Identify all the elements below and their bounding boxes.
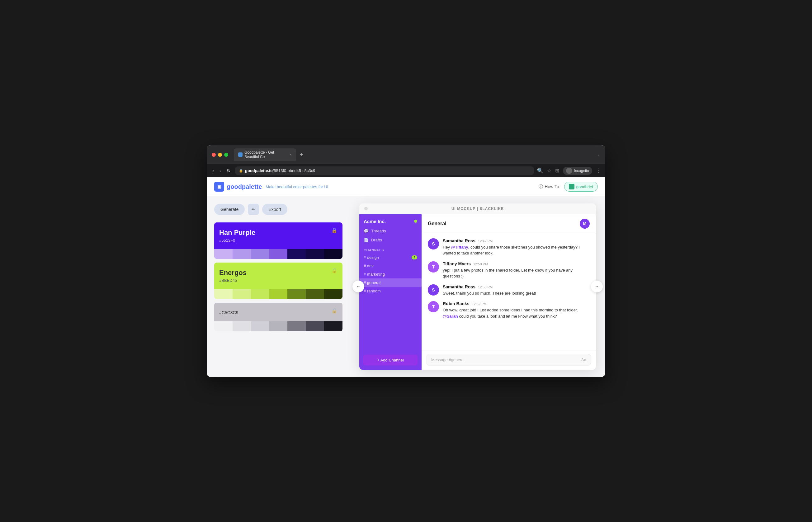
- threads-icon: 💬: [364, 229, 369, 233]
- threads-label: Threads: [371, 229, 386, 233]
- swatch-7: [324, 321, 343, 331]
- msg-header-3: Samantha Ross 12:50 PM: [443, 284, 536, 289]
- channel-design-name: # design: [364, 255, 379, 260]
- palette-swatches-han-purple: [214, 249, 343, 259]
- back-button[interactable]: ‹: [211, 167, 215, 174]
- left-panel: Generate ✏ Export Han Purple #5513F0 🔒: [207, 196, 350, 377]
- msg-header-4: Robin Banks 12:52 PM: [443, 301, 590, 306]
- mockup-body: Acme Inc. 💬 Threads 📄 Drafts: [359, 214, 596, 370]
- swatch-1: [214, 249, 233, 259]
- tab-bar: Goodpalette - Get Beautiful Co × +: [234, 148, 594, 161]
- palette-main-gray: #C5C3C9 🔒: [214, 303, 343, 321]
- logo-text: goodpalette: [227, 183, 262, 190]
- export-button[interactable]: Export: [262, 204, 287, 215]
- swatch-6: [306, 321, 324, 331]
- nav-actions: 🔍 ☆ ⊞ Incognito ⋮: [537, 167, 601, 175]
- how-to-link[interactable]: ⓘ How To: [539, 184, 559, 189]
- slider-right-button[interactable]: →: [591, 281, 603, 293]
- incognito-badge[interactable]: Incognito: [563, 167, 592, 175]
- swatch-2: [233, 289, 251, 299]
- logo-tagline: Make beautiful color palettes for UI.: [266, 184, 329, 189]
- palette-card-han-purple[interactable]: Han Purple #5513F0 🔒: [214, 222, 343, 259]
- active-tab[interactable]: Goodpalette - Get Beautiful Co ×: [234, 148, 296, 161]
- channel-dev-name: # dev: [364, 263, 374, 268]
- message-2: T Tiffany Myers 12:50 PM yep! I put a fe…: [428, 261, 590, 279]
- close-button[interactable]: [212, 153, 216, 157]
- url-domain: goodpalette.io: [245, 168, 273, 173]
- mention-tiffany: @Tiffany: [451, 245, 468, 249]
- address-bar[interactable]: 🔒 goodpalette.io/5513f0-bbed45-c5c3c9: [235, 166, 534, 175]
- maximize-button[interactable]: [224, 153, 228, 157]
- channel-general[interactable]: # general: [359, 278, 422, 287]
- msg-content-2: Tiffany Myers 12:50 PM yep! I put a few …: [443, 261, 590, 279]
- palette-card-gray[interactable]: #C5C3C9 🔒: [214, 303, 343, 331]
- channel-marketing-name: # marketing: [364, 272, 385, 277]
- chat-input-box[interactable]: Message #general Aa: [427, 354, 591, 365]
- message-3: S Samantha Ross 12:50 PM Sweet, thank yo…: [428, 284, 590, 297]
- palette-name-han-purple: Han Purple: [219, 229, 337, 237]
- swatch-5: [287, 249, 306, 259]
- search-icon[interactable]: 🔍: [537, 168, 543, 174]
- channel-dev[interactable]: # dev: [359, 262, 422, 270]
- minimize-button[interactable]: [218, 153, 222, 157]
- info-icon: ⓘ: [539, 184, 543, 189]
- msg-time-3: 12:50 PM: [478, 285, 492, 289]
- avatar-samantha-2: S: [428, 284, 439, 296]
- mockup-titlebar: UI MOCKUP | SLACKLIKE: [359, 203, 596, 214]
- channel-random-name: # random: [364, 289, 381, 293]
- palette-lock-energos[interactable]: 🔒: [331, 267, 337, 274]
- mockup-title: UI MOCKUP | SLACKLIKE: [451, 206, 504, 211]
- url-path: /5513f0-bbed45-c5c3c9: [273, 168, 315, 173]
- mention-sarah: @Sarah: [443, 314, 458, 319]
- channel-random[interactable]: # random: [359, 287, 422, 295]
- logo-palette: palette: [242, 183, 262, 190]
- palette-lock-han-purple[interactable]: 🔒: [331, 227, 337, 233]
- right-arrow-icon: →: [595, 284, 599, 289]
- palette-swatches-gray: [214, 321, 343, 331]
- nav-item-drafts[interactable]: 📄 Drafts: [359, 236, 422, 244]
- right-panel: ← UI MOCKUP | SLACKLIKE Acme Inc.: [350, 196, 605, 377]
- more-options-button[interactable]: ⋮: [596, 168, 601, 174]
- msg-content-4: Robin Banks 12:52 PM Oh wow, great job! …: [443, 301, 590, 319]
- swatch-6: [306, 249, 324, 259]
- bookmark-icon[interactable]: ☆: [547, 168, 552, 174]
- browser-dots: [212, 153, 228, 157]
- generate-button[interactable]: Generate: [214, 204, 245, 215]
- palette-card-energos[interactable]: Energos #BBED45 🔒: [214, 263, 343, 299]
- extensions-icon[interactable]: ⊞: [555, 168, 559, 174]
- nav-item-threads[interactable]: 💬 Threads: [359, 226, 422, 236]
- logo-good: good: [227, 183, 242, 190]
- channel-marketing[interactable]: # marketing: [359, 270, 422, 278]
- swatch-3: [251, 249, 269, 259]
- swatch-5: [287, 321, 306, 331]
- chat-input-format-icon: Aa: [581, 358, 586, 362]
- swatch-2: [233, 249, 251, 259]
- channel-design[interactable]: # design 4: [359, 253, 422, 262]
- url-text: goodpalette.io/5513f0-bbed45-c5c3c9: [245, 168, 315, 173]
- swatch-4: [269, 289, 288, 299]
- swatch-1: [214, 321, 233, 331]
- reload-button[interactable]: ↻: [226, 167, 232, 174]
- slack-workspace: Acme Inc.: [359, 214, 422, 226]
- workspace-status-dot: [414, 220, 417, 223]
- ssl-lock-icon: 🔒: [239, 168, 243, 173]
- avatar-samantha-1: S: [428, 238, 439, 249]
- browser-titlebar: Goodpalette - Get Beautiful Co × + ⌄: [207, 145, 605, 164]
- forward-button[interactable]: ›: [218, 167, 222, 174]
- app-content: ▣ goodpalette Make beautiful color palet…: [207, 177, 605, 377]
- swatch-4: [269, 321, 288, 331]
- msg-name-4: Robin Banks: [443, 301, 469, 306]
- pen-icon: ✏: [252, 207, 255, 212]
- pen-tool-button[interactable]: ✏: [248, 204, 259, 215]
- tab-close-button[interactable]: ×: [290, 153, 292, 157]
- tab-dropdown-icon[interactable]: ⌄: [597, 153, 600, 157]
- slider-left-button[interactable]: ←: [352, 281, 364, 293]
- new-tab-button[interactable]: +: [298, 151, 305, 159]
- logo-icon: ▣: [214, 182, 224, 192]
- swatch-7: [324, 249, 343, 259]
- swatch-7: [324, 289, 343, 299]
- goodbrief-button[interactable]: goodbrief: [564, 182, 598, 192]
- swatch-4: [269, 249, 288, 259]
- palette-lock-gray[interactable]: 🔒: [331, 308, 337, 314]
- add-channel-button[interactable]: + Add Channel: [363, 355, 418, 365]
